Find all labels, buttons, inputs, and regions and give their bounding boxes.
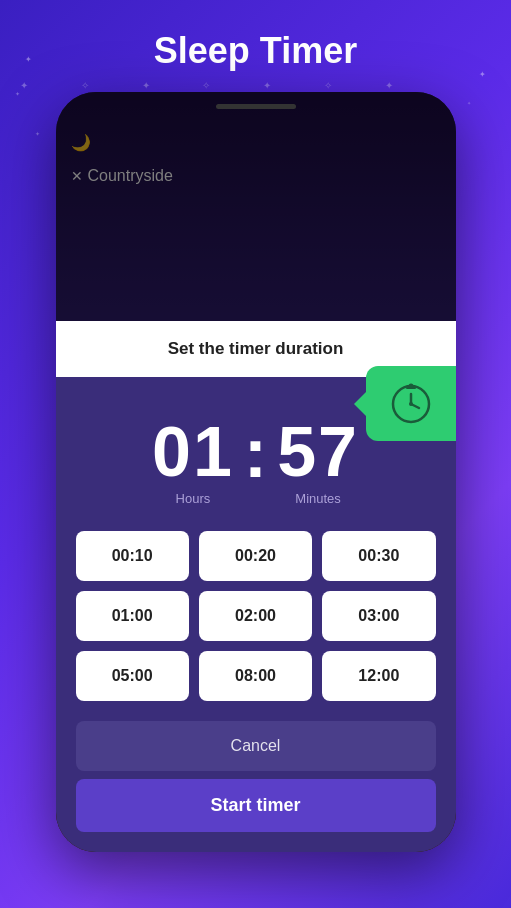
- clock-badge: [366, 366, 456, 441]
- svg-point-3: [409, 402, 413, 406]
- action-buttons: Cancel Start timer: [56, 711, 456, 852]
- start-timer-button[interactable]: Start timer: [76, 779, 436, 832]
- cancel-button[interactable]: Cancel: [76, 721, 436, 771]
- quick-btn-0010[interactable]: 00:10: [76, 531, 189, 581]
- hours-label: Hours: [176, 491, 211, 506]
- modal-panel: Set the timer duration 01 Hours: [56, 321, 456, 852]
- quick-buttons-grid: 00:10 00:20 00:30 01:00 02:00 03:00 05:0…: [56, 511, 456, 711]
- phone-frame: 🌙 ✕ Countryside Set the timer duration: [56, 92, 456, 852]
- hours-column: 01 Hours: [152, 417, 234, 506]
- clock-icon: [387, 380, 435, 428]
- timer-separator: :: [244, 418, 267, 506]
- quick-btn-0200[interactable]: 02:00: [199, 591, 312, 641]
- quick-btn-0100[interactable]: 01:00: [76, 591, 189, 641]
- quick-btn-0030[interactable]: 00:30: [322, 531, 435, 581]
- quick-btn-0500[interactable]: 05:00: [76, 651, 189, 701]
- quick-btn-1200[interactable]: 12:00: [322, 651, 435, 701]
- quick-btn-0800[interactable]: 08:00: [199, 651, 312, 701]
- hours-value: 01: [152, 417, 234, 487]
- modal-overlay: Set the timer duration 01 Hours: [56, 92, 456, 852]
- quick-btn-0020[interactable]: 00:20: [199, 531, 312, 581]
- minutes-label: Minutes: [295, 491, 341, 506]
- page-title: Sleep Timer: [154, 30, 357, 72]
- minutes-column: 57 Minutes: [277, 417, 359, 506]
- modal-title: Set the timer duration: [168, 339, 344, 358]
- svg-point-5: [408, 383, 413, 388]
- quick-btn-0300[interactable]: 03:00: [322, 591, 435, 641]
- minutes-value: 57: [277, 417, 359, 487]
